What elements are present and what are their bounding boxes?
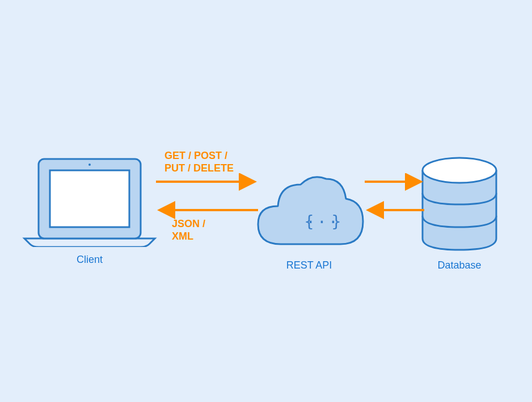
client-api-arrows	[153, 173, 261, 230]
svg-point-5	[423, 158, 496, 183]
laptop-icon	[22, 156, 158, 247]
request-methods-label: GET / POST / PUT / DELETE	[164, 149, 234, 174]
svg-rect-1	[50, 170, 129, 227]
api-label: REST API	[252, 259, 366, 271]
client-node: Client	[22, 156, 158, 266]
svg-text:}: }	[332, 212, 341, 231]
response-format-label: JSON / XML	[172, 217, 205, 242]
cloud-icon: { ... }	[252, 168, 366, 253]
api-node: { ... } REST API	[252, 168, 366, 271]
rest-api-architecture-diagram: Client { ... } REST API Database	[0, 0, 532, 402]
database-label: Database	[417, 259, 502, 271]
svg-point-2	[88, 164, 91, 166]
api-db-arrows	[362, 173, 430, 230]
client-label: Client	[22, 254, 158, 266]
